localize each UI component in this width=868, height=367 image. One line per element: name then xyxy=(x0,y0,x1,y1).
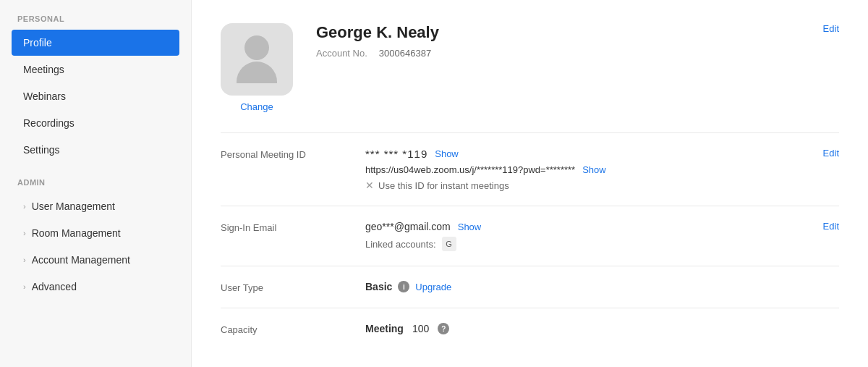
chevron-right-icon: › xyxy=(23,202,26,211)
meeting-url-line: https://us04web.zoom.us/j/*******119?pwd… xyxy=(365,164,839,175)
profile-info: George K. Nealy Account No. 3000646387 xyxy=(316,23,839,59)
chevron-right-icon: › xyxy=(23,229,26,237)
meeting-url: https://us04web.zoom.us/j/*******119?pwd… xyxy=(365,164,575,175)
meeting-capacity-label: Meeting xyxy=(365,323,404,334)
linked-accounts-label: Linked accounts: xyxy=(365,239,436,250)
sign-in-email-row: Sign-In Email geo***@gmail.com Show Link… xyxy=(221,206,839,266)
show-url-link[interactable]: Show xyxy=(582,164,606,175)
account-number: 3000646387 xyxy=(379,48,431,59)
sidebar-item-recordings-label: Recordings xyxy=(23,117,75,129)
email-edit-link[interactable]: Edit xyxy=(823,221,839,232)
capacity-line: Meeting 100 ? xyxy=(365,323,839,334)
profile-name: George K. Nealy xyxy=(316,23,839,42)
sidebar-item-advanced[interactable]: › Advanced xyxy=(12,274,179,300)
change-avatar-link[interactable]: Change xyxy=(240,101,273,112)
capacity-label: Capacity xyxy=(221,323,365,335)
profile-edit-link[interactable]: Edit xyxy=(823,23,839,34)
avatar xyxy=(221,23,293,96)
sidebar-item-room-management[interactable]: › Room Management xyxy=(12,220,179,246)
masked-meeting-id: *** *** *119 xyxy=(365,148,427,160)
personal-meeting-id-row: Personal Meeting ID *** *** *119 Show ht… xyxy=(221,133,839,206)
personal-meeting-id-label: Personal Meeting ID xyxy=(221,148,365,160)
sidebar-item-user-management[interactable]: › User Management xyxy=(12,193,179,219)
sidebar-item-account-management[interactable]: › Account Management xyxy=(12,247,179,273)
user-type-line: Basic i Upgrade xyxy=(365,281,839,292)
meeting-id-line: *** *** *119 Show xyxy=(365,148,839,160)
chevron-right-icon: › xyxy=(23,282,26,291)
sidebar-item-advanced-label: Advanced xyxy=(32,281,77,292)
avatar-head-graphic xyxy=(244,35,269,60)
sidebar-item-user-management-label: User Management xyxy=(32,201,115,212)
sidebar-item-webinars[interactable]: Webinars xyxy=(12,83,179,109)
sign-in-email-content: geo***@gmail.com Show Linked accounts: G xyxy=(365,221,839,251)
sidebar: PERSONAL Profile Meetings Webinars Recor… xyxy=(0,0,192,367)
sidebar-item-account-management-label: Account Management xyxy=(32,254,130,266)
show-email-link[interactable]: Show xyxy=(458,222,482,232)
meeting-id-edit-link[interactable]: Edit xyxy=(823,148,839,159)
user-type-label: User Type xyxy=(221,281,365,293)
sidebar-item-settings[interactable]: Settings xyxy=(12,137,179,163)
capacity-info-icon: ? xyxy=(438,323,449,334)
meeting-capacity-value: 100 xyxy=(412,323,429,334)
avatar-body-graphic xyxy=(237,62,277,83)
x-icon: ✕ xyxy=(365,180,374,191)
sidebar-item-profile[interactable]: Profile xyxy=(12,30,179,56)
main-content: Change George K. Nealy Account No. 30006… xyxy=(192,0,868,367)
avatar-section: Change xyxy=(221,23,293,112)
instant-meeting-line: ✕ Use this ID for instant meetings xyxy=(365,180,839,191)
capacity-row: Capacity Meeting 100 ? xyxy=(221,308,839,350)
email-line: geo***@gmail.com Show xyxy=(365,221,839,232)
profile-account-row: Account No. 3000646387 xyxy=(316,48,839,59)
sidebar-item-webinars-label: Webinars xyxy=(23,90,66,102)
avatar-person-graphic xyxy=(237,35,277,83)
sidebar-item-room-management-label: Room Management xyxy=(32,227,121,239)
user-type-row: User Type Basic i Upgrade xyxy=(221,266,839,308)
instant-meeting-label: Use this ID for instant meetings xyxy=(378,180,509,191)
capacity-content: Meeting 100 ? xyxy=(365,323,839,334)
show-meeting-id-link[interactable]: Show xyxy=(435,148,459,159)
info-icon: i xyxy=(398,281,409,292)
chevron-right-icon: › xyxy=(23,256,26,264)
sidebar-item-meetings-label: Meetings xyxy=(23,64,64,75)
sidebar-item-recordings[interactable]: Recordings xyxy=(12,110,179,136)
sidebar-item-settings-label: Settings xyxy=(23,144,60,156)
sign-in-email-label: Sign-In Email xyxy=(221,221,365,233)
profile-header: Change George K. Nealy Account No. 30006… xyxy=(221,23,839,133)
google-icon: G xyxy=(442,237,456,251)
personal-section-label: PERSONAL xyxy=(6,14,185,29)
user-type-content: Basic i Upgrade xyxy=(365,281,839,292)
user-type-value: Basic xyxy=(365,281,392,292)
masked-email: geo***@gmail.com xyxy=(365,221,451,232)
personal-meeting-id-content: *** *** *119 Show https://us04web.zoom.u… xyxy=(365,148,839,191)
admin-section-label: ADMIN xyxy=(6,178,185,193)
account-label: Account No. xyxy=(316,48,367,59)
sidebar-item-profile-label: Profile xyxy=(23,37,52,48)
sidebar-item-meetings[interactable]: Meetings xyxy=(12,56,179,83)
upgrade-link[interactable]: Upgrade xyxy=(415,282,451,292)
linked-accounts-line: Linked accounts: G xyxy=(365,237,839,251)
